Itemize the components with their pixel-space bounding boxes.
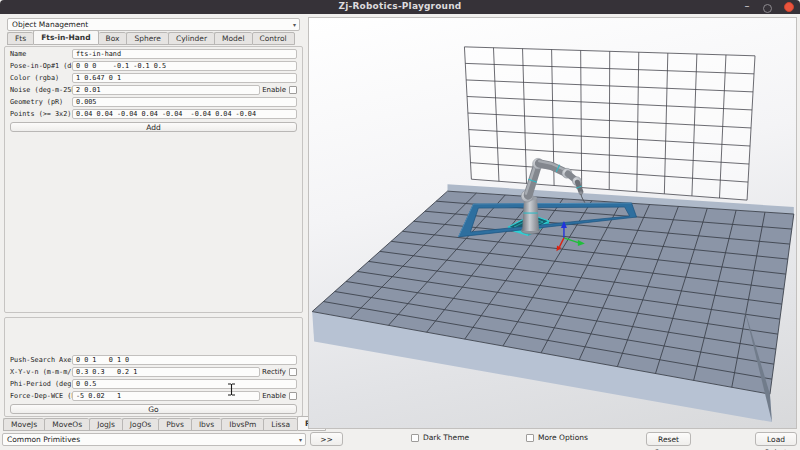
field-input-pose-in-op-1[interactable]: 0 0 0 -0.1 -0.1 0.5 xyxy=(72,61,297,71)
mode-tab-moveos[interactable]: MoveOs xyxy=(44,418,89,431)
checkbox-enable-noise[interactable] xyxy=(289,86,297,94)
form-row: Phi-Period (deg-s)0 0.5 xyxy=(10,379,297,389)
form-row: Points (>= 3x2)0.04 0.04 -0.04 0.04 -0.0… xyxy=(10,109,297,119)
reset-camera-button[interactable]: Reset Camera xyxy=(646,432,691,446)
field-label-points: Points (>= 3x2) xyxy=(10,110,72,118)
form-row: Force-Dep-WCE (N-m-B)-5 0.02 1Enable xyxy=(10,391,297,401)
tab-model[interactable]: Model xyxy=(214,32,252,45)
object-management-value: Object Management xyxy=(12,20,88,29)
mode-tab-bar: MoveJsMoveOsJogJsJogOsPbvsIbvsIbvsPmLiss… xyxy=(3,419,326,431)
common-primitives-value: Common Primitives xyxy=(7,435,80,444)
field-input-color[interactable]: 1 0.647 0 1 xyxy=(72,73,297,83)
mode-tab-movejs[interactable]: MoveJs xyxy=(3,418,44,431)
field-label-color: Color (rgba) xyxy=(10,74,72,82)
text-cursor xyxy=(227,383,236,396)
form-row: Push-Search Axes0 0 1 0 1 0 xyxy=(10,355,297,365)
field-input-name[interactable]: fts-in-hand xyxy=(72,49,297,59)
load-robot-button[interactable]: Load Robot xyxy=(755,432,797,446)
add-button[interactable]: Add xyxy=(10,122,297,132)
checkbox-enable-force-dep-wce[interactable] xyxy=(289,392,297,400)
field-label-geometry: Geometry (pR) xyxy=(10,98,72,106)
title-bar[interactable]: Zj-Robotics-Playground – xyxy=(0,0,800,14)
go-button[interactable]: Go xyxy=(10,404,297,414)
maximize-icon[interactable] xyxy=(763,4,772,13)
close-icon[interactable] xyxy=(784,2,794,12)
field-label-noise: Noise (deg-m-25Hz) xyxy=(10,86,72,94)
form-row: Pose-in-Op#1 (deg-m)0 0 0 -0.1 -0.1 0.5 xyxy=(10,61,297,71)
dark-theme-checkbox[interactable] xyxy=(411,434,419,442)
field-input-phi-period[interactable]: 0 0.5 xyxy=(72,379,297,389)
field-input-push-search[interactable]: 0 0 1 0 1 0 xyxy=(72,355,297,365)
application-window: Zj-Robotics-Playground – Object Manageme… xyxy=(0,0,800,450)
checkbox-rectify-x-y-v-n[interactable] xyxy=(289,368,297,376)
dark-theme-label: Dark Theme xyxy=(423,433,469,442)
window-title: Zj-Robotics-Playground xyxy=(0,1,800,11)
tab-control[interactable]: Control xyxy=(252,32,295,45)
motion-form-panel: Push-Search Axes0 0 1 0 1 0X-Y-v-n (m-m-… xyxy=(4,317,303,417)
more-options-checkbox[interactable] xyxy=(526,434,534,442)
mode-tab-ibvs[interactable]: Ibvs xyxy=(191,418,221,431)
tab-fts[interactable]: Fts xyxy=(7,32,33,45)
field-label-x-y-v-n: X-Y-v-n (m-m-m/s-I) xyxy=(10,368,72,376)
tab-box[interactable]: Box xyxy=(99,32,127,45)
mode-tab-jogos[interactable]: JogOs xyxy=(122,418,158,431)
checkbox-label-enable: Enable xyxy=(262,392,289,400)
form-row: Namefts-in-hand xyxy=(10,49,297,59)
object-form-panel: Namefts-in-handPose-in-Op#1 (deg-m)0 0 0… xyxy=(4,46,303,313)
field-label-pose-in-op-1: Pose-in-Op#1 (deg-m) xyxy=(10,62,72,70)
tab-cylinder[interactable]: Cylinder xyxy=(168,32,214,45)
form-row: X-Y-v-n (m-m-m/s-I)0.3 0.3 0.2 1Rectify xyxy=(10,367,297,377)
object-tab-bar: FtsFts-in-HandBoxSphereCylinderModelCont… xyxy=(7,32,295,45)
field-input-x-y-v-n[interactable]: 0.3 0.3 0.2 1 xyxy=(72,367,260,377)
minimize-icon[interactable]: – xyxy=(742,2,752,12)
common-primitives-select[interactable]: Common Primitives ▾ xyxy=(2,433,306,446)
more-options-label: More Options xyxy=(538,433,588,442)
mode-tab-ibvspm[interactable]: IbvsPm xyxy=(221,418,263,431)
mode-tab-pbvs[interactable]: Pbvs xyxy=(158,418,191,431)
form-row: Geometry (pR)0.005 xyxy=(10,97,297,107)
form-row: Color (rgba)1 0.647 0 1 xyxy=(10,73,297,83)
field-input-points[interactable]: 0.04 0.04 -0.04 0.04 -0.04 -0.04 0.04 -0… xyxy=(72,109,297,119)
form-row: Noise (deg-m-25Hz)2 0.01Enable xyxy=(10,85,297,95)
expand-button[interactable]: >> xyxy=(310,432,343,446)
checkbox-label-enable: Enable xyxy=(262,86,289,94)
robot-base-column xyxy=(522,198,539,231)
field-label-force-dep-wce: Force-Dep-WCE (N-m-B) xyxy=(10,392,72,400)
field-label-phi-period: Phi-Period (deg-s) xyxy=(10,380,72,388)
chevron-down-icon: ▾ xyxy=(299,434,302,445)
tab-fts-in-hand[interactable]: Fts-in-Hand xyxy=(33,30,98,45)
chevron-down-icon: ▾ xyxy=(293,19,296,30)
tab-sphere[interactable]: Sphere xyxy=(126,32,167,45)
field-label-push-search: Push-Search Axes xyxy=(10,356,72,364)
field-label-name: Name xyxy=(10,50,72,58)
field-input-geometry[interactable]: 0.005 xyxy=(72,97,297,107)
checkbox-label-rectify: Rectify xyxy=(262,368,289,376)
field-input-noise[interactable]: 2 0.01 xyxy=(72,85,260,95)
mode-tab-lissa[interactable]: Lissa xyxy=(263,418,297,431)
mode-tab-jogjs[interactable]: JogJs xyxy=(89,418,122,431)
scene-canvas xyxy=(309,18,796,428)
viewport-3d[interactable] xyxy=(308,17,797,429)
